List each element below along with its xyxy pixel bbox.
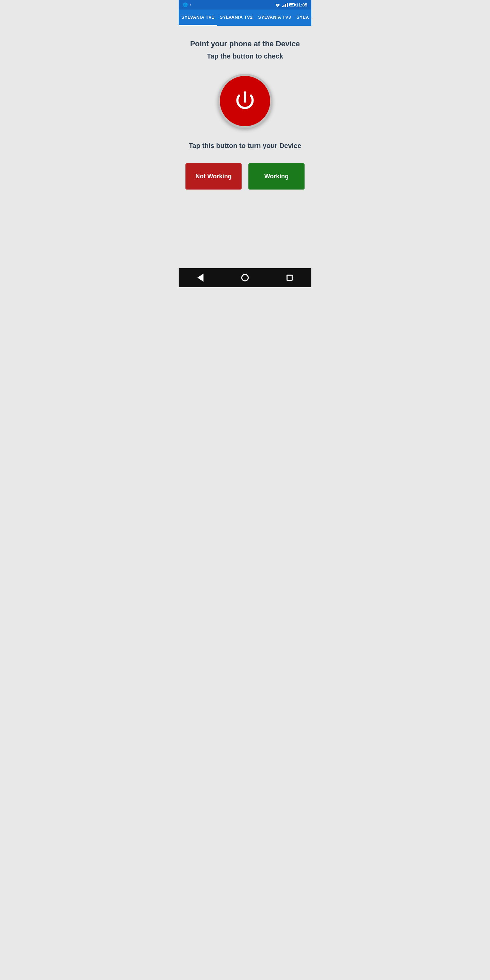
tab-sylvania-tv3[interactable]: SYLVANIA TV3 (256, 10, 294, 26)
power-button-inner (220, 76, 270, 126)
working-button[interactable]: Working (248, 163, 305, 189)
tab-sylvania-tv4[interactable]: SYLV... (294, 10, 311, 26)
tab-sylvania-tv1[interactable]: SYLVANIA TV1 (179, 10, 217, 26)
instruction-subtitle: Tap the button to check (207, 52, 283, 60)
status-bar-left: 🌐 ▪ (183, 2, 191, 7)
main-content: Point your phone at the Device Tap the b… (179, 26, 311, 268)
status-bar: 🌐 ▪ 11:05 (179, 0, 311, 10)
tab-bar: SYLVANIA TV1 SYLVANIA TV2 SYLVANIA TV3 S… (179, 10, 311, 26)
action-buttons: Not Working Working (185, 163, 305, 189)
back-button[interactable] (197, 274, 204, 282)
status-bar-right: 11:05 (275, 2, 307, 8)
sd-card-icon: ▪ (190, 3, 191, 7)
signal-icon (282, 2, 288, 7)
power-button[interactable] (218, 74, 272, 128)
power-icon (231, 88, 259, 115)
recents-button[interactable] (286, 275, 293, 281)
sim-icon: 🌐 (183, 2, 188, 7)
home-button[interactable] (241, 274, 249, 282)
not-working-button[interactable]: Not Working (185, 163, 242, 189)
wifi-icon (275, 2, 280, 7)
instruction-title: Point your phone at the Device (190, 40, 300, 48)
status-time: 11:05 (296, 2, 307, 8)
battery-icon (289, 3, 295, 6)
nav-bar (179, 268, 311, 287)
tap-instruction: Tap this button to turn your Device (189, 142, 301, 150)
tab-sylvania-tv2[interactable]: SYLVANIA TV2 (217, 10, 256, 26)
